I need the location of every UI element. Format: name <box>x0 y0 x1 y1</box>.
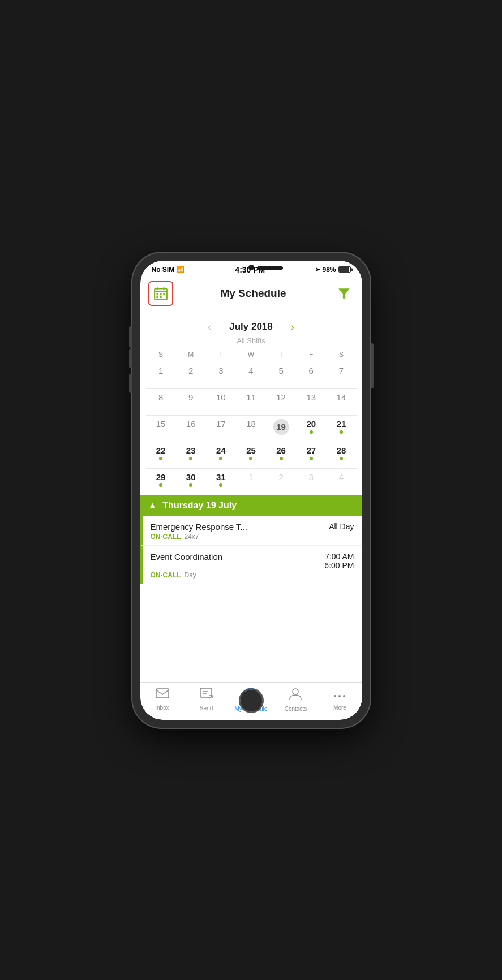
calendar-day-14[interactable]: 14 <box>326 389 356 415</box>
selected-day-header[interactable]: ▲ Thursday 19 July <box>140 495 362 516</box>
calendar-day-21[interactable]: 21 <box>326 416 356 442</box>
calendar-day-24[interactable]: 24 <box>206 442 236 468</box>
calendar-day-1[interactable]: 1 <box>146 362 176 388</box>
speaker <box>257 266 283 270</box>
event-detail-2: Day <box>185 571 196 579</box>
page-title: My Schedule <box>220 287 286 300</box>
tab-more[interactable]: More <box>324 688 355 711</box>
calendar-day-3[interactable]: 3 <box>206 362 236 388</box>
event-sub-2: ON-CALL Day <box>151 571 354 579</box>
event-times-2: 7:00 AM 6:00 PM <box>324 552 354 570</box>
contacts-icon <box>289 687 302 704</box>
calendar-day-10[interactable]: 10 <box>206 389 236 415</box>
day-header-fri: F <box>296 349 326 360</box>
calendar-day-29[interactable]: 29 <box>146 469 176 495</box>
calendar-day-2[interactable]: 2 <box>176 362 206 388</box>
svg-rect-6 <box>163 293 165 295</box>
day-headers: S M T W T F S <box>140 349 362 362</box>
event-time-end-2: 6:00 PM <box>324 561 354 570</box>
home-button[interactable] <box>239 688 264 713</box>
calendar-day-9[interactable]: 9 <box>176 389 206 415</box>
calendar-day-5[interactable]: 5 <box>266 362 296 388</box>
calendar-day-28[interactable]: 28 <box>326 442 356 468</box>
event-type-2: ON-CALL <box>151 571 181 579</box>
day-header-thu: T <box>266 349 296 360</box>
calendar-day-30[interactable]: 30 <box>176 469 206 495</box>
status-left: No SIM 📶 <box>152 266 185 274</box>
camera <box>248 265 254 270</box>
calendar-day-n3[interactable]: 3 <box>296 469 326 495</box>
tab-inbox-label: Inbox <box>155 705 169 711</box>
calendar-day-12[interactable]: 12 <box>266 389 296 415</box>
calendar-day-n4[interactable]: 4 <box>326 469 356 495</box>
status-right: ➤ 98% <box>315 266 350 274</box>
month-nav: ‹ July 2018 › <box>140 312 362 336</box>
calendar-day-25[interactable]: 25 <box>236 442 266 468</box>
calendar-day-31[interactable]: 31 <box>206 469 236 495</box>
calendar-day-7[interactable]: 7 <box>326 362 356 388</box>
filter-icon <box>337 286 351 301</box>
event-time-start-2: 7:00 AM <box>325 552 354 561</box>
battery-pct: 98% <box>322 266 336 274</box>
calendar-day-4[interactable]: 4 <box>236 362 266 388</box>
calendar-day-23[interactable]: 23 <box>176 442 206 468</box>
calendar-day-20[interactable]: 20 <box>296 416 326 442</box>
prev-month-button[interactable]: ‹ <box>203 319 216 335</box>
calendar-toggle-button[interactable] <box>148 281 173 306</box>
day-header-mon: M <box>176 349 206 360</box>
event-name-2: Event Coordination <box>151 552 223 562</box>
event-item-2[interactable]: Event Coordination 7:00 AM 6:00 PM ON-CA… <box>140 546 362 584</box>
tab-contacts-label: Contacts <box>285 706 307 712</box>
calendar-day-26[interactable]: 26 <box>266 442 296 468</box>
send-icon <box>200 688 213 703</box>
svg-point-21 <box>343 695 345 697</box>
calendar-grid: 1 2 3 4 5 6 7 8 9 10 11 12 <box>140 362 362 495</box>
tab-send[interactable]: Send <box>191 688 222 711</box>
event-name-1: Emergency Response T... <box>151 522 247 532</box>
event-list: Emergency Response T... All Day ON-CALL … <box>140 516 362 682</box>
phone-inner: No SIM 📶 4:30 PM ➤ 98% <box>140 261 362 720</box>
calendar-day-17[interactable]: 17 <box>206 416 236 442</box>
calendar-day-n1[interactable]: 1 <box>236 469 266 495</box>
calendar-week-1: 1 2 3 4 5 6 7 <box>146 362 357 389</box>
calendar-section: ‹ July 2018 › All Shifts S M T W T F S <box>140 312 362 495</box>
calendar-day-27[interactable]: 27 <box>296 442 326 468</box>
all-shifts-label[interactable]: All Shifts <box>140 336 362 349</box>
svg-point-20 <box>338 695 341 697</box>
calendar-day-22[interactable]: 22 <box>146 442 176 468</box>
event-item-1[interactable]: Emergency Response T... All Day ON-CALL … <box>140 516 362 546</box>
calendar-week-2: 8 9 10 11 12 13 14 <box>146 389 357 416</box>
calendar-day-6[interactable]: 6 <box>296 362 326 388</box>
filter-button[interactable] <box>334 283 354 304</box>
tab-inbox[interactable]: Inbox <box>147 688 178 711</box>
event-detail-1: 24x7 <box>185 533 199 541</box>
svg-rect-8 <box>160 296 161 297</box>
calendar-day-8[interactable]: 8 <box>146 389 176 415</box>
calendar-week-3: 15 16 17 18 19 20 21 <box>146 416 357 442</box>
calendar-day-15[interactable]: 15 <box>146 416 176 442</box>
inbox-icon <box>156 688 169 703</box>
phone-frame: No SIM 📶 4:30 PM ➤ 98% <box>132 253 370 728</box>
svg-marker-9 <box>338 288 350 298</box>
calendar-day-11[interactable]: 11 <box>236 389 266 415</box>
calendar-day-19[interactable]: 19 <box>266 416 296 442</box>
next-month-button[interactable]: › <box>286 319 299 335</box>
calendar-day-13[interactable]: 13 <box>296 389 326 415</box>
more-icon <box>333 688 346 703</box>
calendar-icon <box>153 286 168 301</box>
event-type-1: ON-CALL <box>151 533 181 541</box>
collapse-icon: ▲ <box>148 500 157 511</box>
day-header-tue: T <box>206 349 236 360</box>
app-header: My Schedule <box>140 277 362 312</box>
svg-rect-4 <box>156 293 158 295</box>
calendar-day-18[interactable]: 18 <box>236 416 266 442</box>
tab-contacts[interactable]: Contacts <box>280 687 311 712</box>
calendar-day-n2[interactable]: 2 <box>266 469 296 495</box>
event-top-2: Event Coordination 7:00 AM 6:00 PM <box>151 552 354 570</box>
day-header-wed: W <box>236 349 266 360</box>
calendar-day-16[interactable]: 16 <box>176 416 206 442</box>
svg-point-19 <box>334 695 336 697</box>
tab-send-label: Send <box>200 705 213 711</box>
wifi-icon: 📶 <box>177 266 185 273</box>
svg-point-18 <box>293 689 298 694</box>
